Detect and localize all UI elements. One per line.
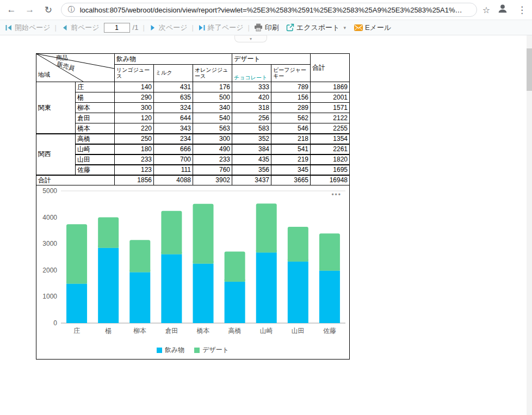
value-cell: 345	[271, 165, 311, 175]
next-page-icon	[149, 24, 157, 32]
value-cell: 333	[232, 82, 271, 92]
print-label: 印刷	[265, 23, 279, 33]
report-content: 商品 販売員 地域 飲み物 デザート 合計 リンゴジュース ミルク オレンジジュ…	[36, 53, 350, 360]
prev-page-label: 前ページ	[71, 23, 100, 33]
value-cell: 760	[193, 165, 232, 175]
y-tick-label: 4000	[42, 214, 57, 221]
seller-cell: 柳本	[76, 103, 115, 113]
seller-cell: 楊	[76, 92, 115, 103]
export-caret-icon: ▾	[343, 25, 346, 30]
bar-segment-drinks[interactable]	[66, 283, 87, 323]
bar-segment-drinks[interactable]	[193, 264, 214, 323]
scrollbar-thumb[interactable]	[527, 48, 532, 91]
info-icon[interactable]: ⓘ	[68, 5, 75, 15]
bookmark-star-icon[interactable]: ☆	[482, 5, 490, 15]
value-cell: 180	[115, 144, 154, 154]
bar-segment-join	[129, 270, 150, 272]
table-row: 倉田1206445402565622122	[36, 113, 350, 123]
prev-page-button[interactable]: 前ページ	[61, 23, 100, 33]
bar-segment-dessert[interactable]	[225, 251, 245, 281]
bar-segment-dessert[interactable]	[66, 224, 87, 283]
bar-segment-dessert[interactable]	[98, 218, 119, 248]
grand-total-value-cell: 16948	[311, 175, 350, 185]
value-cell: 2255	[311, 123, 350, 134]
bar-segment-drinks[interactable]	[256, 252, 277, 323]
bar-segment-drinks[interactable]	[98, 247, 119, 323]
email-button[interactable]: Eメール	[354, 23, 391, 33]
printer-icon	[254, 23, 263, 32]
bar-segment-join	[288, 259, 308, 262]
reload-icon[interactable]: ↻	[42, 4, 54, 16]
first-page-icon	[5, 24, 13, 32]
bar-segment-dessert[interactable]	[288, 227, 308, 262]
vertical-scrollbar[interactable]	[527, 35, 532, 415]
seller-cell: 庄	[76, 82, 115, 92]
bar-segment-dessert[interactable]	[193, 204, 214, 264]
column-header-beef-jerky: ビーフジャーキー	[271, 64, 311, 82]
value-cell: 700	[154, 154, 193, 165]
value-cell: 583	[232, 123, 271, 134]
value-cell: 318	[232, 103, 271, 113]
handle-caret-icon: ▾	[250, 36, 252, 41]
table-row: 橋本2203435635835462255	[36, 123, 350, 134]
email-icon	[354, 24, 363, 31]
bar-segment-drinks[interactable]	[288, 262, 308, 323]
value-cell: 540	[193, 113, 232, 123]
chart-menu-button[interactable]: •••	[331, 191, 342, 199]
column-header-apple-juice: リンゴジュース	[115, 64, 154, 82]
value-cell: 562	[271, 113, 311, 123]
value-cell: 123	[115, 165, 154, 175]
value-cell: 2001	[311, 92, 350, 103]
x-category-label: 山崎	[260, 327, 273, 335]
x-category-label: 山田	[292, 327, 305, 335]
person-icon	[497, 3, 509, 15]
grand-total-value-cell: 4088	[154, 175, 193, 185]
x-category-label: 庄	[73, 327, 80, 335]
address-bar[interactable]: ⓘ localhost:8075/webroot/decision/view/r…	[61, 3, 477, 17]
bar-segment-join	[193, 262, 214, 264]
grand-total-label-cell: 合計	[36, 175, 115, 185]
table-header-row: 商品 販売員 地域 飲み物 デザート 合計	[36, 54, 350, 65]
browser-menu-icon[interactable]: ⋮	[517, 4, 527, 16]
page-total-label: /1	[133, 23, 139, 32]
forward-icon[interactable]: →	[24, 4, 36, 15]
back-icon[interactable]: ←	[5, 4, 17, 15]
browser-chrome: ← → ↻ ⓘ localhost:8075/webroot/decision/…	[0, 0, 532, 20]
bar-segment-dessert[interactable]	[256, 203, 277, 252]
legend-label: デザート	[202, 345, 229, 355]
y-tick-label: 2000	[42, 267, 57, 274]
region-cell: 関東	[36, 82, 76, 134]
print-button[interactable]: 印刷	[254, 23, 279, 33]
export-button[interactable]: エクスポート ▾	[286, 23, 346, 33]
last-page-icon	[198, 24, 206, 32]
bar-segment-drinks[interactable]	[225, 282, 245, 323]
grand-total-value-cell: 3902	[193, 175, 232, 185]
toolbar-collapse-handle[interactable]: ▾	[234, 35, 267, 42]
table-row: 楊2906355004201562001	[36, 92, 350, 103]
first-page-button[interactable]: 開始ページ	[5, 23, 51, 33]
profile-avatar-icon[interactable]	[497, 3, 509, 17]
value-cell: 546	[271, 123, 311, 134]
separator: |	[55, 23, 57, 32]
separator: |	[248, 23, 249, 32]
bar-segment-drinks[interactable]	[129, 272, 150, 323]
legend-item[interactable]: 飲み物	[157, 345, 184, 355]
value-cell: 300	[115, 103, 154, 113]
bar-segment-drinks[interactable]	[161, 254, 182, 323]
page-number-input[interactable]	[104, 23, 130, 33]
table-row: 佐藤1231117603563451695	[36, 165, 350, 175]
bar-segment-dessert[interactable]	[319, 233, 340, 270]
next-page-label: 次ページ	[159, 23, 188, 33]
value-cell: 384	[232, 144, 271, 154]
legend-item[interactable]: デザート	[194, 345, 229, 355]
bar-segment-join	[161, 252, 182, 254]
url-text[interactable]: localhost:8075/webroot/decision/view/rep…	[80, 6, 470, 14]
bar-segment-join	[319, 268, 340, 270]
last-page-label: 終了ページ	[208, 23, 244, 33]
next-page-button[interactable]: 次ページ	[149, 23, 188, 33]
column-group-dessert: デザート	[232, 54, 311, 65]
bar-segment-drinks[interactable]	[319, 270, 340, 323]
last-page-button[interactable]: 終了ページ	[198, 23, 244, 33]
bar-segment-dessert[interactable]	[161, 211, 182, 255]
bar-segment-dessert[interactable]	[129, 240, 150, 272]
